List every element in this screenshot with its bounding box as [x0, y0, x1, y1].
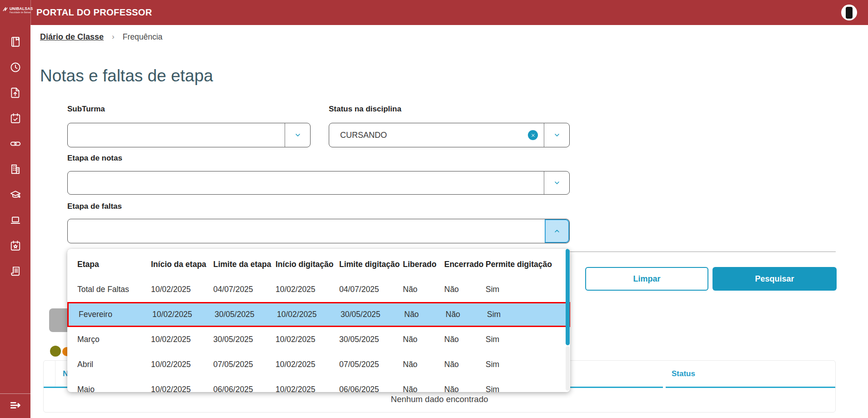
cell: 06/06/2025 [339, 385, 403, 392]
status-label: Status na disciplina [329, 105, 401, 114]
cell: 04/07/2025 [213, 285, 276, 294]
cell: 10/02/2025 [276, 285, 339, 294]
etapa-notas-select[interactable] [67, 171, 570, 195]
user-avatar[interactable] [841, 5, 857, 20]
cell: Fevereiro [79, 310, 152, 319]
column-divider [55, 361, 55, 387]
cell: 10/02/2025 [151, 360, 213, 369]
brand-name: UNIBALSAS [10, 7, 33, 11]
cell: Não [444, 285, 486, 294]
cell: 30/05/2025 [341, 310, 404, 319]
dropdown-row-total-de-faltas[interactable]: Total de Faltas 10/02/2025 04/07/2025 10… [67, 277, 570, 302]
cell: 07/05/2025 [339, 360, 403, 369]
diary-book-icon[interactable] [9, 35, 21, 48]
building-icon[interactable] [9, 163, 21, 175]
app-title: PORTAL DO PROFESSOR [36, 0, 152, 25]
clock-icon[interactable] [9, 61, 21, 73]
subturma-label: SubTurma [67, 105, 105, 114]
avatar-photo [846, 7, 853, 19]
cell: Maio [77, 385, 151, 392]
cell: Sim [486, 285, 570, 294]
status-value: CURSANDO [340, 123, 387, 147]
cell: 30/05/2025 [339, 335, 403, 344]
etapa-faltas-dropdown: Etapa Início da etapa Limite da etapa In… [67, 249, 570, 392]
cell: 07/05/2025 [213, 360, 276, 369]
brand-subtitle: Faculdade de Balsas [10, 11, 33, 14]
dropdown-row-marco[interactable]: Março 10/02/2025 30/05/2025 10/02/2025 3… [67, 327, 570, 352]
cell: Não [404, 310, 446, 319]
cell: Sim [486, 360, 570, 369]
cell: Não [403, 285, 444, 294]
chevron-up-icon[interactable] [545, 219, 569, 243]
dropdown-col: Limite digitação [339, 260, 403, 269]
dropdown-row-fevereiro-selected[interactable]: Fevereiro 10/02/2025 30/05/2025 10/02/20… [67, 302, 570, 327]
laptop-icon[interactable] [9, 214, 21, 226]
legend-dot-olive [50, 346, 61, 357]
sidebar-bottom-separator [0, 393, 30, 394]
graduation-cap-icon[interactable] [9, 188, 21, 201]
cell: 10/02/2025 [277, 310, 341, 319]
sidebar-nav [0, 35, 30, 277]
column-header-status[interactable]: Status [672, 361, 695, 387]
dropdown-col: Permite digitação [486, 260, 570, 269]
breadcrumb-parent-link[interactable]: Diário de Classe [40, 32, 104, 42]
dropdown-col: Limite da etapa [213, 260, 276, 269]
etapa-faltas-select[interactable] [67, 219, 570, 243]
calendar-star-icon[interactable] [9, 239, 21, 252]
dropdown-header-row: Etapa Início da etapa Limite da etapa In… [67, 252, 570, 277]
search-button[interactable]: Pesquisar [712, 267, 837, 291]
cell: 10/02/2025 [151, 385, 213, 392]
cell: Total de Faltas [77, 285, 151, 294]
file-upload-icon[interactable] [9, 86, 21, 99]
cell: 06/06/2025 [213, 385, 276, 392]
chevron-down-icon[interactable] [544, 171, 569, 194]
link-icon[interactable] [9, 137, 21, 150]
cell: Não [446, 310, 487, 319]
dropdown-col: Liberado [403, 260, 444, 269]
cell: 10/02/2025 [151, 285, 213, 294]
clear-button[interactable]: Limpar [585, 267, 708, 291]
cell: Sim [487, 310, 569, 319]
status-select[interactable]: CURSANDO [329, 123, 570, 147]
cell: 10/02/2025 [152, 310, 215, 319]
cell: Não [444, 335, 486, 344]
cell: Abril [77, 360, 151, 369]
cell: 10/02/2025 [276, 335, 339, 344]
dropdown-col: Início digitação [276, 260, 339, 269]
dropdown-row-maio[interactable]: Maio 10/02/2025 06/06/2025 10/02/2025 06… [67, 377, 570, 392]
cell: 30/05/2025 [215, 310, 277, 319]
cell: 10/02/2025 [276, 360, 339, 369]
cell: Março [77, 335, 151, 344]
cell: Não [444, 360, 486, 369]
cell: Sim [486, 385, 570, 392]
cell: Sim [486, 335, 570, 344]
page-title: Notas e faltas de etapa [40, 66, 213, 86]
calendar-check-icon[interactable] [9, 112, 21, 124]
cell: Não [444, 385, 486, 392]
dropdown-scrollbar-track [566, 346, 570, 391]
cell: 10/02/2025 [151, 335, 213, 344]
breadcrumb: Diário de Classe › Frequência [40, 25, 162, 49]
cell: 04/07/2025 [339, 285, 403, 294]
chevron-down-icon[interactable] [544, 123, 569, 147]
etapa-notas-label: Etapa de notas [67, 154, 122, 163]
dropdown-row-abril[interactable]: Abril 10/02/2025 07/05/2025 10/02/2025 0… [67, 352, 570, 377]
breadcrumb-current: Frequência [123, 32, 163, 42]
chevron-down-icon[interactable] [285, 123, 310, 147]
dropdown-col: Etapa [77, 260, 151, 269]
clear-status-icon[interactable] [528, 130, 538, 140]
cell: 30/05/2025 [213, 335, 276, 344]
cell: Não [403, 360, 444, 369]
dropdown-col: Início da etapa [151, 260, 213, 269]
brand-mark-icon [2, 6, 8, 14]
dropdown-scrollbar[interactable] [566, 249, 570, 345]
etapa-faltas-label: Etapa de faltas [67, 202, 122, 211]
report-icon[interactable] [9, 265, 21, 277]
expand-menu-icon[interactable] [6, 398, 24, 413]
subturma-select[interactable] [67, 123, 311, 147]
cell: 10/02/2025 [276, 385, 339, 392]
cell: Não [403, 385, 444, 392]
brand-logo: UNIBALSAS Faculdade de Balsas [2, 6, 30, 14]
cell: Não [403, 335, 444, 344]
dropdown-col: Encerrado [444, 260, 486, 269]
